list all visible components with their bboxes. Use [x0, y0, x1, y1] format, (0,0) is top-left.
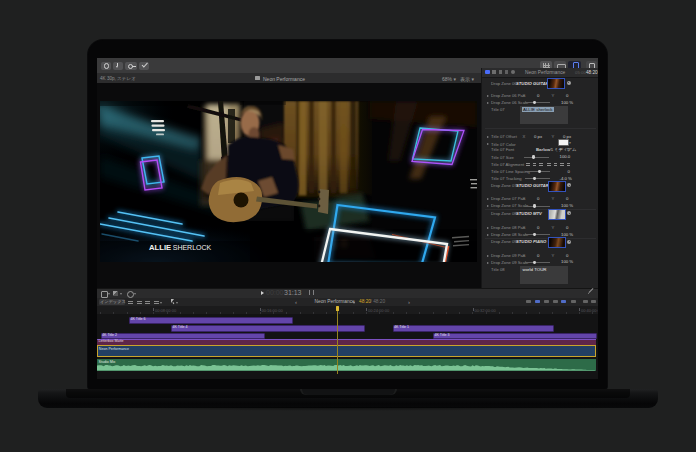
svg-text:ALLIESHERLOCK: ALLIESHERLOCK [149, 243, 212, 252]
